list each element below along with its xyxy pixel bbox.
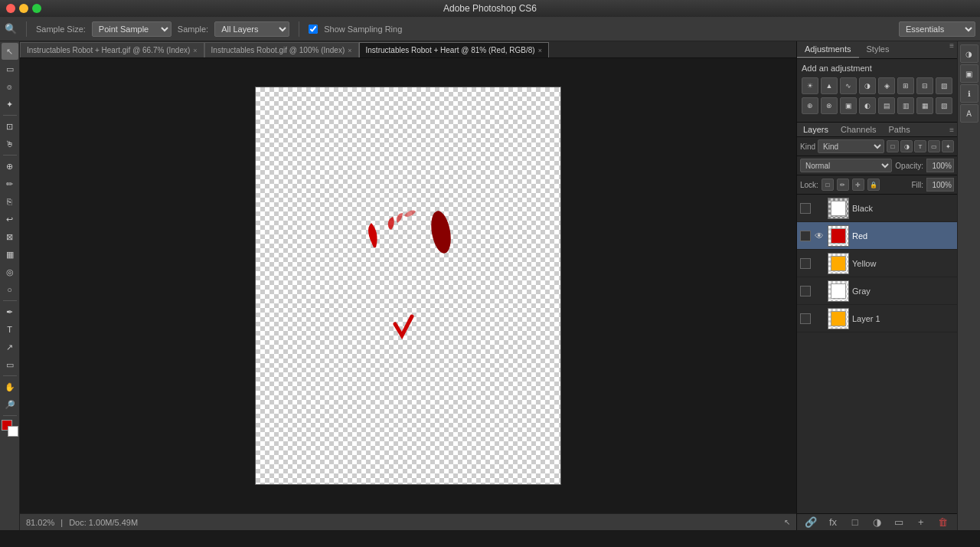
sample-select[interactable]: All Layers Current Layer [214,21,289,37]
background-color[interactable] [8,426,18,437]
layer-row-layer1[interactable]: Layer 1 [797,305,957,332]
color-lookup-btn[interactable]: ▣ [840,97,857,114]
pixel-filter-icon[interactable]: □ [887,140,899,152]
new-group-btn[interactable]: ▭ [892,516,906,529]
clone-tool[interactable]: ⎘ [2,193,18,210]
layer-1-checkbox[interactable] [800,313,811,324]
adjustments-icon-btn[interactable]: ◑ [960,44,978,63]
lock-row: Lock: □ ✏ ✛ 🔒 Fill: [797,175,957,195]
add-style-btn[interactable]: fx [826,516,840,529]
styles-tab[interactable]: Styles [859,41,897,58]
exposure-btn[interactable]: ◑ [859,77,876,94]
tab-1[interactable]: Instructables Robot.gif @ 100% (Index) × [204,42,359,57]
path-select-tool[interactable]: ↗ [2,339,18,355]
blur-tool[interactable]: ◎ [2,264,18,280]
invert-btn[interactable]: ◐ [859,97,876,114]
bw-btn[interactable]: ▧ [936,77,952,94]
lock-transparent-btn[interactable]: □ [822,179,834,191]
adjustments-tab[interactable]: Adjustments [797,41,859,58]
tab-0[interactable]: Instructables Robot + Heart.gif @ 66.7% … [20,42,204,57]
tab-1-close[interactable]: × [348,47,351,54]
history-brush[interactable]: ↩ [2,211,18,228]
layers-tab[interactable]: Layers [797,123,835,136]
lock-position-btn[interactable]: ✛ [852,179,864,191]
lasso-tool[interactable]: ⌾ [2,78,18,95]
vibrance-btn[interactable]: ◈ [878,77,895,94]
tab-0-close[interactable]: × [193,47,197,54]
essentials-select[interactable]: Essentials [899,21,975,37]
fg-bg-colors[interactable] [2,420,18,437]
layer-red-visibility[interactable]: 👁 [814,231,825,241]
brush-tool[interactable]: ✏ [2,175,18,192]
adjustments-section: Adjustments Styles ≡ Add an adjustment ☀… [797,41,957,123]
dodge-tool[interactable]: ○ [2,281,18,298]
color-balance-btn[interactable]: ⊟ [916,77,933,94]
quick-select-tool[interactable]: ✦ [2,96,18,113]
zoom-tool[interactable]: 🔎 [2,396,18,413]
text-tool[interactable]: T [2,321,18,338]
hsl-btn[interactable]: ⊞ [897,77,914,94]
layer-row-yellow[interactable]: Yellow [797,250,957,277]
layer-yellow-checkbox[interactable] [800,258,811,269]
kind-select[interactable]: Kind [818,139,884,153]
posterize-btn[interactable]: ▤ [878,97,895,114]
pen-tool[interactable]: ✒ [2,303,18,320]
eraser-tool[interactable]: ⊠ [2,228,18,245]
show-sampling-ring-checkbox[interactable] [309,25,318,34]
levels-btn[interactable]: ▲ [821,77,838,94]
channel-mixer-btn[interactable]: ⊗ [821,97,838,114]
gradient-map-btn[interactable]: ▦ [916,97,933,114]
link-layers-btn[interactable]: 🔗 [804,516,818,529]
crop-tool[interactable]: ⊡ [2,118,18,135]
close-button[interactable] [6,4,15,13]
char-btn[interactable]: A [960,104,978,123]
layer-black-visibility[interactable] [814,203,825,214]
layer-yellow-visibility[interactable] [814,258,825,269]
new-layer-btn[interactable]: + [914,516,928,529]
sample-size-select[interactable]: Point Sample 3 by 3 Average 5 by 5 Avera… [92,21,172,37]
layer-row-red[interactable]: 👁 Red [797,222,957,250]
layer-red-checkbox[interactable] [800,231,811,241]
marquee-tool[interactable]: ▭ [2,61,18,77]
maximize-button[interactable] [32,4,41,13]
layer-gray-visibility[interactable] [814,286,825,296]
opacity-input[interactable] [926,159,954,172]
curves-btn[interactable]: ∿ [840,77,857,94]
layer-black-checkbox[interactable] [800,203,811,214]
lock-image-btn[interactable]: ✏ [837,179,849,191]
smart-filter-icon[interactable]: ✦ [942,140,954,152]
workspace [20,58,796,513]
layer-gray-checkbox[interactable] [800,286,811,296]
brightness-contrast-btn[interactable]: ☀ [802,77,818,94]
eyedropper-tool[interactable]: 🖰 [2,136,18,152]
type-filter-icon[interactable]: T [914,140,926,152]
shape-filter-icon[interactable]: ▭ [928,140,940,152]
shape-tool[interactable]: ▭ [2,356,18,373]
move-tool[interactable]: ↖ [2,43,18,60]
paths-tab[interactable]: Paths [883,123,916,136]
tab-2-close[interactable]: × [538,47,542,54]
channels-tab[interactable]: Channels [835,123,882,136]
layer-row-gray[interactable]: Gray [797,277,957,305]
layer-row-black[interactable]: Black [797,195,957,222]
hand-tool[interactable]: ✋ [2,378,18,395]
healing-tool[interactable]: ⊕ [2,158,18,175]
delete-layer-btn[interactable]: 🗑 [936,516,950,529]
threshold-btn[interactable]: ▥ [897,97,914,114]
tab-2[interactable]: Instructables Robot + Heart @ 81% (Red, … [359,42,549,57]
layers-collapse-icon[interactable]: ≡ [946,126,957,134]
blend-mode-select[interactable]: Normal Multiply Screen [800,159,892,172]
fill-input[interactable] [926,178,954,192]
gradient-tool[interactable]: ▦ [2,246,18,263]
minimize-button[interactable] [19,4,28,13]
lock-all-btn[interactable]: 🔒 [867,179,880,191]
layer-1-visibility[interactable] [814,313,825,324]
adjust-filter-icon[interactable]: ◑ [900,140,913,152]
info-btn[interactable]: ℹ [960,84,978,103]
layer-comps-btn[interactable]: ▣ [960,64,978,83]
photo-filter-btn[interactable]: ⊕ [802,97,818,114]
selective-color-btn[interactable]: ▧ [936,97,952,114]
panel-collapse-icon[interactable]: ≡ [946,41,957,58]
add-mask-btn[interactable]: □ [848,516,862,529]
new-adj-layer-btn[interactable]: ◑ [870,516,884,529]
